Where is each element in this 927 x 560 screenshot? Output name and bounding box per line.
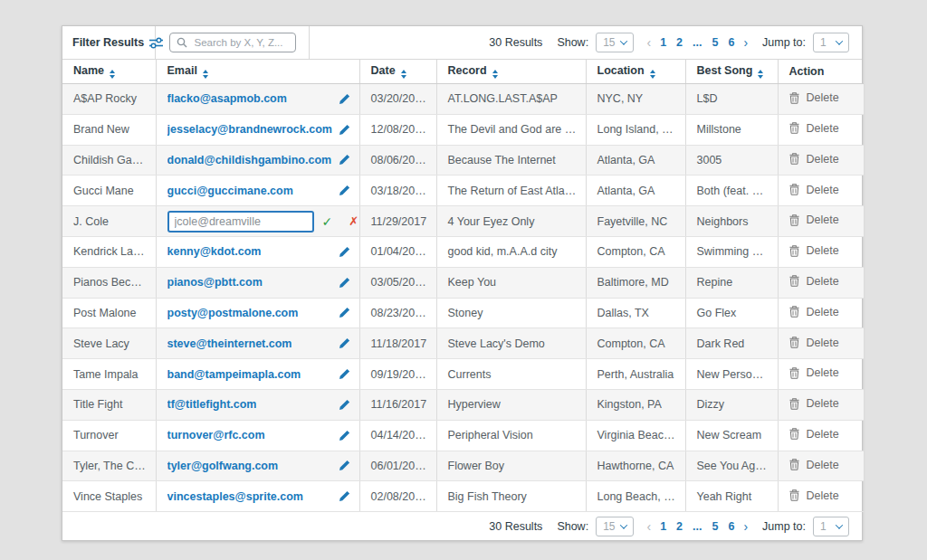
filter-results-button[interactable]: Filter Results (62, 26, 156, 59)
email-link[interactable]: tf@titlefight.com (167, 398, 257, 411)
delete-button[interactable]: Delete (789, 366, 839, 379)
edit-button[interactable] (339, 93, 350, 105)
column-header-best-song[interactable]: Best Song (685, 60, 778, 84)
column-header-location[interactable]: Location (586, 60, 685, 84)
delete-button[interactable]: Delete (789, 459, 839, 471)
delete-button[interactable]: Delete (789, 122, 839, 135)
edit-button[interactable] (339, 154, 350, 166)
name-cell: Tyler, The Creator (62, 451, 156, 481)
action-cell: Delete (778, 114, 864, 145)
email-cell: gucci@guccimane.com (156, 176, 359, 206)
delete-button[interactable]: Delete (789, 306, 839, 318)
column-header-date[interactable]: Date (359, 60, 436, 84)
cancel-edit-button[interactable]: ✗ (349, 214, 358, 228)
page-link-5[interactable]: 5 (712, 520, 718, 533)
email-link[interactable]: steve@theinternet.com (167, 337, 292, 350)
email-link[interactable]: tyler@golfwang.com (167, 460, 279, 472)
action-cell: Delete (778, 176, 864, 206)
email-link[interactable]: band@tampeimapla.com (167, 368, 301, 381)
jump-to-select[interactable]: 1 (813, 33, 849, 52)
page-ellipsis[interactable]: ... (693, 520, 702, 533)
email-link[interactable]: flacko@asapmob.com (167, 92, 287, 105)
delete-button[interactable]: Delete (789, 184, 839, 196)
edit-button[interactable] (339, 246, 350, 258)
email-link[interactable]: donald@childishgambino.com (167, 154, 332, 166)
edit-button[interactable] (339, 124, 350, 136)
page-ellipsis[interactable]: ... (693, 36, 702, 49)
page-link-6[interactable]: 6 (728, 36, 734, 49)
sort-icon[interactable] (203, 70, 208, 79)
delete-button[interactable]: Delete (789, 244, 839, 257)
email-edit-controls: ✓✗ (167, 211, 350, 233)
email-link[interactable]: turnover@rfc.com (167, 429, 265, 441)
sort-icon[interactable] (650, 70, 655, 79)
filter-results-label: Filter Results (72, 36, 144, 49)
delete-button[interactable]: Delete (789, 91, 839, 104)
show-select[interactable]: 15 (596, 517, 634, 536)
results-card: Filter Results (62, 25, 863, 541)
delete-label: Delete (807, 428, 839, 441)
table-row: Gucci Manegucci@guccimane.com03/18/2017T… (62, 176, 864, 206)
edit-button[interactable] (339, 337, 350, 349)
search-box[interactable] (169, 33, 296, 52)
page-link-2[interactable]: 2 (676, 520, 683, 533)
date-cell: 01/04/2017 (359, 236, 436, 267)
edit-button[interactable] (339, 368, 350, 380)
column-header-label: Email (167, 64, 197, 77)
edit-button[interactable] (339, 490, 350, 502)
table-footer: 30 ResultsShow:15‹12...56›Jump to:1 (62, 512, 862, 540)
sort-icon[interactable] (401, 70, 406, 79)
email-link[interactable]: gucci@guccimane.com (167, 185, 293, 197)
table-row: J. Cole✓✗11/29/20174 Your Eyez OnlyFayet… (62, 206, 864, 237)
email-link[interactable]: posty@postmalone.com (167, 307, 299, 319)
edit-button[interactable] (339, 399, 350, 411)
action-cell: Delete (778, 389, 864, 420)
sort-icon[interactable] (758, 70, 763, 79)
page-next-button[interactable]: › (743, 35, 748, 50)
show-select[interactable]: 15 (596, 33, 634, 52)
email-link[interactable]: jesselacy@brandnewrock.com (167, 123, 332, 136)
edit-button[interactable] (339, 460, 350, 471)
name-cell: Childish Gambino (62, 145, 156, 176)
page-next-button[interactable]: › (743, 519, 748, 534)
trash-icon (789, 367, 799, 379)
email-link[interactable]: vincestaples@sprite.com (167, 490, 303, 503)
confirm-edit-button[interactable]: ✓ (322, 214, 333, 229)
delete-button[interactable]: Delete (789, 489, 839, 502)
edit-button[interactable] (339, 430, 350, 441)
results-table: NameEmailDateRecordLocationBest SongActi… (62, 60, 864, 512)
trash-icon (789, 306, 799, 318)
delete-button[interactable]: Delete (789, 337, 839, 349)
page-link-6[interactable]: 6 (728, 520, 734, 533)
edit-button[interactable] (339, 185, 350, 196)
sort-icon[interactable] (110, 70, 115, 79)
column-header-name[interactable]: Name (62, 60, 156, 84)
search-input[interactable] (193, 36, 289, 49)
email-cell: kenny@kdot.com (156, 236, 359, 267)
delete-button[interactable]: Delete (789, 428, 839, 441)
jump-to-select[interactable]: 1 (813, 517, 849, 536)
delete-button[interactable]: Delete (789, 153, 839, 166)
page-link-2[interactable]: 2 (676, 36, 683, 49)
sort-icon[interactable] (492, 70, 498, 79)
column-header-record[interactable]: Record (436, 60, 586, 84)
edit-button[interactable] (339, 307, 350, 318)
page-link-5[interactable]: 5 (712, 36, 718, 49)
delete-button[interactable]: Delete (789, 214, 839, 226)
delete-button[interactable]: Delete (789, 275, 839, 288)
page-prev-button[interactable]: ‹ (646, 519, 651, 534)
record-cell: Hyperview (436, 389, 586, 420)
page-prev-button[interactable]: ‹ (646, 35, 651, 50)
column-header-action: Action (778, 60, 864, 84)
column-header-email[interactable]: Email (156, 60, 359, 84)
delete-label: Delete (807, 459, 839, 471)
record-cell: 4 Your Eyez Only (436, 206, 586, 237)
email-link[interactable]: kenny@kdot.com (167, 245, 262, 258)
email-link[interactable]: pianos@pbtt.com (167, 276, 263, 289)
page-link-1[interactable]: 1 (660, 36, 666, 49)
delete-label: Delete (807, 214, 839, 226)
delete-button[interactable]: Delete (789, 397, 839, 410)
email-edit-input[interactable] (167, 211, 314, 233)
edit-button[interactable] (339, 277, 350, 289)
page-link-1[interactable]: 1 (660, 520, 666, 533)
